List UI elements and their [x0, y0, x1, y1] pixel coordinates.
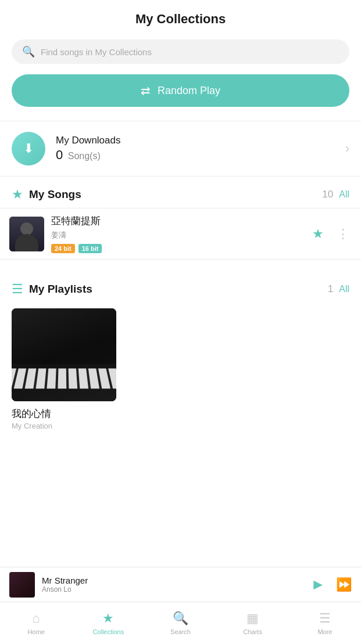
- shuffle-icon: ⇄: [141, 84, 151, 98]
- play-button[interactable]: ►: [310, 575, 326, 593]
- my-songs-count: 10: [322, 189, 333, 200]
- downloads-title: My Downloads: [56, 135, 335, 146]
- search-bar-container: 🔍 Find songs in My Collections: [0, 34, 361, 72]
- chevron-right-icon: ›: [345, 141, 349, 156]
- page-header: My Collections: [0, 0, 361, 34]
- downloads-info: My Downloads 0 Song(s): [56, 135, 335, 163]
- bottom-navigation: ⌂ Home ★ Collections 🔍 Search ▦ Charts ☰…: [0, 602, 361, 644]
- song-thumbnail: [9, 217, 44, 251]
- my-playlists-count: 1: [328, 283, 333, 295]
- song-art: [9, 217, 44, 251]
- nav-charts-label: Charts: [244, 628, 262, 635]
- song-row[interactable]: 亞特蘭提斯 姜濤 24 bit 16 bit ★ ⋮: [0, 208, 361, 260]
- my-songs-all-button[interactable]: All: [339, 189, 349, 200]
- nav-more[interactable]: ☰ More: [289, 606, 361, 640]
- playlist-icon: ☰: [12, 282, 23, 297]
- random-play-label: Random Play: [158, 85, 220, 97]
- now-playing-controls: ► ⏩: [310, 575, 352, 593]
- more-icon: ☰: [319, 611, 331, 626]
- badge-24bit: 24 bit: [51, 244, 75, 253]
- search-placeholder: Find songs in My Collections: [41, 47, 152, 57]
- collections-icon: ★: [102, 611, 114, 626]
- playlist-thumbnail: [12, 308, 116, 401]
- nav-charts[interactable]: ▦ Charts: [217, 606, 289, 640]
- song-favorite-star[interactable]: ★: [312, 226, 324, 242]
- my-playlists-section: ☰ My Playlists 1 All 我的心情 My Creation: [0, 271, 361, 442]
- nav-home-label: Home: [27, 628, 44, 635]
- downloads-count-num: 0: [56, 147, 63, 162]
- random-play-wrap: ⇄ Random Play: [0, 72, 361, 121]
- now-playing-artist: Anson Lo: [42, 585, 303, 593]
- now-playing-art: [9, 572, 35, 598]
- playlist-name: 我的心情: [12, 407, 349, 420]
- downloads-unit: Song(s): [68, 151, 101, 161]
- nav-home[interactable]: ⌂ Home: [0, 606, 72, 640]
- charts-icon: ▦: [246, 611, 259, 626]
- downloads-icon-circle: ⬇: [12, 132, 45, 166]
- downloads-count: 0 Song(s): [56, 147, 335, 163]
- playlist-sub: My Creation: [12, 422, 349, 430]
- now-playing-info: Mr Stranger Anson Lo: [42, 575, 303, 593]
- random-play-button[interactable]: ⇄ Random Play: [12, 74, 349, 107]
- page-title: My Collections: [135, 12, 226, 26]
- download-icon: ⬇: [23, 141, 34, 156]
- my-playlists-label: My Playlists: [29, 283, 319, 296]
- nav-collections-label: Collections: [92, 628, 124, 635]
- song-info: 亞特蘭提斯 姜濤 24 bit 16 bit: [51, 214, 305, 253]
- song-more-button[interactable]: ⋮: [337, 226, 349, 242]
- nav-collections[interactable]: ★ Collections: [72, 606, 144, 640]
- song-name: 亞特蘭提斯: [51, 214, 305, 228]
- search-nav-icon: 🔍: [173, 611, 188, 626]
- my-playlists-header: ☰ My Playlists 1 All: [0, 271, 361, 303]
- search-bar[interactable]: 🔍 Find songs in My Collections: [12, 39, 349, 64]
- playlist-art: [12, 308, 116, 401]
- my-songs-header: ★ My Songs 10 All: [0, 177, 361, 208]
- fast-forward-button[interactable]: ⏩: [336, 577, 352, 592]
- spacer-1: [0, 260, 361, 271]
- nav-search[interactable]: 🔍 Search: [144, 606, 216, 640]
- my-songs-label: My Songs: [29, 188, 313, 201]
- now-playing-title: Mr Stranger: [42, 575, 303, 585]
- song-artist: 姜濤: [51, 230, 305, 240]
- star-icon: ★: [12, 187, 23, 202]
- playlist-item[interactable]: 我的心情 My Creation: [0, 303, 361, 436]
- my-playlists-all-button[interactable]: All: [339, 284, 349, 294]
- song-badges: 24 bit 16 bit: [51, 244, 305, 253]
- nav-more-label: More: [317, 628, 332, 635]
- now-playing-bar[interactable]: Mr Stranger Anson Lo ► ⏩: [0, 567, 361, 602]
- search-icon: 🔍: [22, 45, 35, 58]
- home-icon: ⌂: [32, 611, 40, 626]
- badge-16bit: 16 bit: [78, 244, 102, 253]
- nav-search-label: Search: [170, 628, 191, 635]
- now-playing-thumbnail: [9, 572, 35, 598]
- downloads-section[interactable]: ⬇ My Downloads 0 Song(s) ›: [0, 121, 361, 176]
